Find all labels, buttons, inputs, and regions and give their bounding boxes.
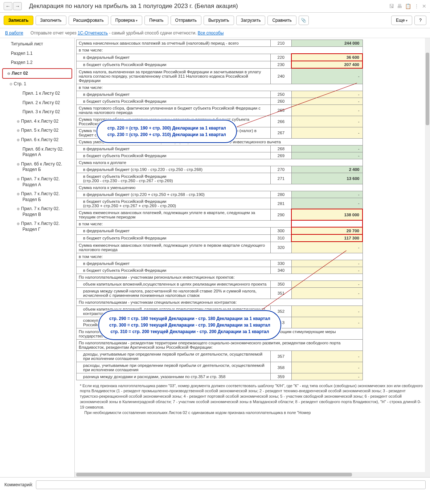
table-row: доходы, учитываемые при определении перв…	[77, 351, 363, 362]
report-content: Сумма начисленных авансовых платежей за …	[75, 38, 430, 477]
forward-button[interactable]: →	[13, 2, 22, 10]
cell-value-281: -	[291, 198, 363, 209]
comment-label: Комментарий:	[4, 482, 33, 487]
table-row: Сумма налога к доплате	[77, 159, 363, 166]
table-row: в том числе:	[77, 220, 363, 227]
cell-value-230[interactable]: 207 400	[291, 61, 363, 68]
attach-button[interactable]: 📎	[299, 16, 309, 25]
cell-value-260[interactable]: -	[291, 98, 363, 105]
cell-value-266[interactable]: -	[291, 116, 363, 127]
table-row: в федеральный бюджет (стр.190 - стр.220 …	[77, 166, 363, 173]
table-row: в бюджет субъекта Российской Федерации (…	[77, 198, 363, 209]
cell-value-359[interactable]: -	[291, 373, 363, 380]
table-row: в бюджет субъекта Российской Федерации (…	[77, 173, 363, 184]
cell-value-340[interactable]: -	[291, 267, 363, 274]
table-row: объем капитальных вложений,осуществленны…	[77, 280, 363, 287]
status-link2[interactable]: Все способы	[198, 30, 224, 36]
footnote: * Если код признака налогоплательщика ра…	[76, 380, 429, 418]
table-row: в бюджет субъекта Российской Федерации26…	[77, 152, 363, 159]
fill-button[interactable]: Заполнить	[36, 16, 66, 25]
table-row: Сумма ежемесячных авансовых платежей, по…	[77, 242, 363, 253]
clipboard-icon[interactable]: 📋	[405, 3, 411, 9]
cell-value-320[interactable]: -	[291, 242, 363, 253]
cell-value-269: -	[291, 152, 363, 159]
check-button[interactable]: Проверка	[111, 16, 143, 25]
tree-item-4[interactable]: ⊖Стр. 1	[0, 79, 74, 89]
cell-value-357[interactable]: -	[291, 351, 363, 362]
tree-item-6[interactable]: Прил. 2 к Листу 02	[0, 98, 74, 108]
help-button[interactable]: ?	[414, 16, 426, 25]
cell-value-268: -	[291, 145, 363, 152]
table-row: в федеральный бюджет22036 600	[77, 54, 363, 61]
table-row: Сумма торгового сбора, фактически уплаче…	[77, 105, 363, 116]
table-row: По налогоплательщикам - участникам регио…	[77, 274, 363, 280]
table-row: Сумма начисленных авансовых платежей за …	[77, 40, 363, 47]
cell-value-290[interactable]: 138 000	[291, 209, 363, 220]
menu-icon[interactable]: ⋮	[414, 3, 419, 9]
send-button[interactable]: Отправить	[171, 16, 202, 25]
table-row: в том числе:	[77, 84, 363, 91]
table-row: в том числе:	[77, 253, 363, 260]
tree-item-16[interactable]: ⊕Прил. 7 к Листу 02. Раздел Г	[0, 219, 74, 234]
cell-value-358[interactable]: -	[291, 362, 363, 373]
upload-button[interactable]: Выгрузить	[204, 16, 234, 25]
cell-value-210: 244 000	[291, 40, 363, 47]
table-row: Сумма налога, выплаченная за пределами Р…	[77, 68, 363, 84]
sidebar-tree: Титульный листРаздел 1.1Раздел 1.2⊖Лист …	[0, 38, 75, 477]
table-row: в федеральный бюджет30020 700	[77, 227, 363, 234]
table-row: Сумма налога к уменьшению	[77, 184, 363, 191]
table-row: расходы, учитываемые при определении пер…	[77, 362, 363, 373]
decode-button[interactable]: Расшифровать	[69, 16, 108, 25]
write-button[interactable]: Записать	[4, 16, 33, 25]
table-row: в федеральный бюджет (стр.220 + стр.250 …	[77, 191, 363, 198]
tree-item-8[interactable]: ⊕Прил. 4 к Листу 02	[0, 117, 74, 126]
compare-button[interactable]: Сравнить	[267, 16, 296, 25]
cell-value-310[interactable]: 117 300	[291, 234, 363, 242]
window-title: Декларация по налогу на прибыль за 1 пол…	[29, 3, 389, 10]
cell-value-330[interactable]: -	[291, 260, 363, 267]
tree-item-10[interactable]: ⊕Прил. 6 к Листу 02	[0, 135, 74, 145]
tree-item-11[interactable]: Прил. 6б к Листу 02. Раздел А	[0, 145, 74, 160]
tree-item-13[interactable]: ⊕Прил. 7 к Листу 02. Раздел А	[0, 175, 74, 189]
tree-item-12[interactable]: ⊕Прил. 6б к Листу 02. Раздел Б	[0, 160, 74, 175]
table-row: в бюджет субъекта Российской Федерации31…	[77, 234, 363, 242]
tree-item-9[interactable]: ⊕Прил. 5 к Листу 02	[0, 126, 74, 135]
cell-value-220[interactable]: 36 600	[291, 54, 363, 61]
table-row: в том числе:	[77, 47, 363, 54]
close-icon[interactable]: ✕	[422, 3, 426, 9]
back-button[interactable]: ←	[4, 2, 12, 10]
cell-value-280: -	[291, 191, 363, 198]
table-row: в бюджет субъекта Российской Федерации26…	[77, 98, 363, 105]
cell-value-353[interactable]: -	[291, 317, 363, 328]
comment-input[interactable]	[36, 480, 426, 489]
save-icon[interactable]: 🖫	[389, 3, 394, 9]
tree-item-0[interactable]: Титульный лист	[0, 40, 74, 49]
tree-item-3[interactable]: ⊖Лист 02	[2, 68, 72, 79]
cell-value-351[interactable]: -	[291, 287, 363, 299]
tree-item-5[interactable]: Прил. 1 к Листу 02	[0, 89, 74, 98]
status-text1: Отправьте отчет через	[30, 30, 78, 36]
tree-item-7[interactable]: Прил. 3 к Листу 02	[0, 107, 74, 117]
print-icon[interactable]: 🖶	[397, 3, 402, 9]
cell-value-267[interactable]: -	[291, 127, 363, 138]
print-button[interactable]: Печать	[144, 16, 168, 25]
table-row: в федеральный бюджет268-	[77, 145, 363, 152]
cell-value-240: -	[291, 68, 363, 84]
status-link1[interactable]: 1С-Отчетность	[78, 30, 108, 36]
status-label[interactable]: В работе	[5, 30, 23, 36]
download-button[interactable]: Загрузить	[236, 16, 266, 25]
scrollbar-horizontal[interactable]	[75, 472, 425, 477]
tree-item-2[interactable]: Раздел 1.2	[0, 58, 74, 67]
status-text2: - самый удобный способ сдачи отчетности.	[108, 30, 198, 36]
cell-value-352[interactable]: -	[291, 306, 363, 317]
scrollbar-vertical[interactable]	[425, 38, 430, 477]
cell-value-265[interactable]: -	[291, 105, 363, 116]
table-row: в федеральный бюджет330-	[77, 260, 363, 267]
tree-item-15[interactable]: ⊕Прил. 7 к Листу 02. Раздел В	[0, 204, 74, 219]
tree-item-1[interactable]: Раздел 1.1	[0, 49, 74, 58]
callout-1: стр. 220 = (стр. 190 + стр. 300) Деклара…	[97, 120, 237, 143]
table-row: разница между доходами и расходами, указ…	[77, 373, 363, 380]
tree-item-14[interactable]: ⊕Прил. 7 к Листу 02. Раздел Б	[0, 189, 74, 204]
cell-value-300[interactable]: 20 700	[291, 227, 363, 234]
more-button[interactable]: Еще	[391, 16, 412, 25]
